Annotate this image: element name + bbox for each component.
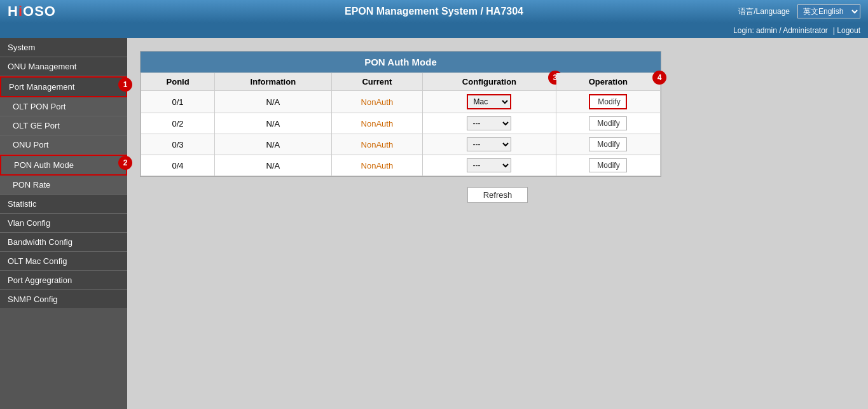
- modify-button-3[interactable]: Modify: [589, 137, 627, 151]
- refresh-area: Refresh: [140, 177, 855, 213]
- sidebar-item-olt-ge-port[interactable]: OLT GE Port: [0, 116, 127, 135]
- pon-id-cell: 0/1: [141, 91, 215, 113]
- config-select-2[interactable]: --- Mac Loid Password: [467, 116, 511, 130]
- sidebar-item-statistic[interactable]: Statistic: [0, 195, 127, 214]
- sidebar-item-pon-auth-mode[interactable]: PON Auth Mode 2: [0, 155, 127, 176]
- current-cell: NonAuth: [331, 155, 423, 176]
- refresh-button[interactable]: Refresh: [467, 187, 528, 203]
- modify-button-1[interactable]: Modify: [589, 94, 627, 109]
- sidebar-item-system[interactable]: System: [0, 38, 127, 57]
- pon-id-cell: 0/2: [141, 113, 215, 134]
- header-bottom: Login: admin / Administrator | Logout: [0, 23, 868, 38]
- config-cell: --- Mac Loid Password: [423, 113, 556, 134]
- table-row: 0/2 N/A NonAuth --- Mac Loid Password: [141, 113, 661, 134]
- sidebar-item-bandwidth-config[interactable]: Bandwidth Config: [0, 233, 127, 252]
- sidebar-item-port-aggregration[interactable]: Port Aggregration: [0, 271, 127, 290]
- sidebar-item-vlan-config[interactable]: Vlan Config: [0, 214, 127, 233]
- col-current: Current: [331, 73, 423, 91]
- table-row: 0/3 N/A NonAuth --- Mac Loid Password: [141, 134, 661, 155]
- config-select-1[interactable]: Mac --- Loid Password: [467, 94, 511, 109]
- information-cell: N/A: [215, 134, 331, 155]
- current-cell: NonAuth: [331, 113, 423, 134]
- login-info: Login: admin / Administrator: [733, 26, 828, 35]
- language-label: 语言/Language: [738, 6, 790, 17]
- config-cell: --- Mac Loid Password: [423, 134, 556, 155]
- modify-button-2[interactable]: Modify: [589, 116, 627, 130]
- col-information: Information: [215, 73, 331, 91]
- table-title: PON Auth Mode: [141, 52, 661, 73]
- main-layout: System ONU Management Port Management 1 …: [0, 38, 868, 409]
- information-cell: N/A: [215, 113, 331, 134]
- header-top: HiOSO EPON Management System / HA7304 语言…: [0, 0, 868, 23]
- sidebar-item-olt-mac-config[interactable]: OLT Mac Config: [0, 252, 127, 271]
- information-cell: N/A: [215, 155, 331, 176]
- current-cell: NonAuth: [331, 91, 423, 113]
- config-select-4[interactable]: --- Mac Loid Password: [467, 158, 511, 172]
- information-cell: N/A: [215, 91, 331, 113]
- sidebar-item-port-management[interactable]: Port Management 1: [0, 76, 127, 97]
- logout-link[interactable]: | Logout: [833, 26, 860, 35]
- table-row: 0/1 N/A NonAuth Mac --- Loid Password: [141, 91, 661, 113]
- col-pon-id: PonId: [141, 73, 215, 91]
- sidebar-item-pon-rate[interactable]: PON Rate: [0, 176, 127, 195]
- language-select[interactable]: 英文English 中文Chinese: [797, 4, 860, 18]
- pon-id-cell: 0/4: [141, 155, 215, 176]
- sidebar: System ONU Management Port Management 1 …: [0, 38, 127, 409]
- pon-id-cell: 0/3: [141, 134, 215, 155]
- sidebar-item-snmp-config[interactable]: SNMP Config: [0, 290, 127, 309]
- badge-4: 4: [652, 71, 666, 85]
- config-cell: --- Mac Loid Password: [423, 155, 556, 176]
- operation-cell: Modify: [556, 91, 660, 113]
- operation-cell: Modify: [556, 134, 660, 155]
- header-right: 语言/Language 英文English 中文Chinese: [738, 4, 860, 18]
- modify-button-4[interactable]: Modify: [589, 158, 627, 172]
- header-title: EPON Management System / HA7304: [345, 6, 523, 17]
- config-select-3[interactable]: --- Mac Loid Password: [467, 137, 511, 151]
- col-operation: Operation 4: [556, 73, 660, 91]
- pon-table: PonId Information Current Configuration …: [141, 73, 661, 176]
- operation-cell: Modify: [556, 113, 660, 134]
- logo-text: HiOSO: [8, 3, 56, 20]
- current-cell: NonAuth: [331, 134, 423, 155]
- operation-cell: Modify: [556, 155, 660, 176]
- table-row: 0/4 N/A NonAuth --- Mac Loid Password: [141, 155, 661, 176]
- sidebar-item-onu-management[interactable]: ONU Management: [0, 57, 127, 76]
- sidebar-item-onu-port[interactable]: ONU Port: [0, 135, 127, 155]
- col-configuration: Configuration 3: [423, 73, 556, 91]
- pon-auth-table-container: PON Auth Mode PonId Information Current …: [140, 51, 661, 177]
- config-cell: Mac --- Loid Password: [423, 91, 556, 113]
- logo: HiOSO: [8, 3, 56, 20]
- sidebar-item-olt-pon-port[interactable]: OLT PON Port: [0, 97, 127, 116]
- content-area: PON Auth Mode PonId Information Current …: [127, 38, 868, 409]
